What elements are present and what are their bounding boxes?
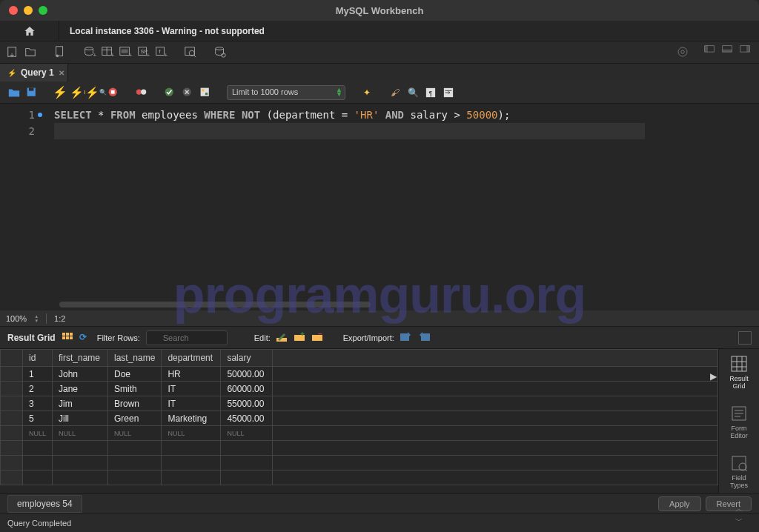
table-row-null[interactable]: NULLNULLNULLNULLNULL — [1, 426, 718, 441]
sidebar-scroll-arrows[interactable]: ︿﹀ — [735, 504, 743, 526]
edit-row-icon[interactable] — [276, 332, 288, 344]
reconnect-icon[interactable] — [213, 45, 228, 60]
form-icon — [730, 405, 748, 422]
view-add-icon[interactable]: + — [119, 45, 133, 60]
result-grid[interactable]: id first_name last_name department salar… — [0, 349, 718, 493]
zoom-bar: 100% ▲▼ 1:2 — [0, 310, 759, 327]
table-row[interactable]: 2JaneSmithIT60000.00 — [1, 382, 718, 396]
execute-icon[interactable]: ⚡ — [53, 86, 67, 99]
import-icon[interactable] — [418, 332, 430, 344]
form-editor-button[interactable]: FormEditor — [730, 405, 748, 439]
status-bar: Query Completed — [0, 514, 759, 532]
table-row[interactable]: 3JimBrownIT55000.00 — [1, 396, 718, 411]
bottom-tab-row: employees 54 Apply Revert — [0, 493, 759, 514]
col-salary[interactable]: salary — [221, 350, 273, 367]
wrap-cell-toggle[interactable] — [738, 331, 752, 345]
inspector-icon[interactable] — [53, 45, 68, 60]
edit-label: Edit: — [254, 333, 271, 342]
statement-marker-icon — [38, 113, 42, 117]
sql-editor[interactable]: 1 2 SELECT * FROM employees WHERE NOT (d… — [0, 104, 759, 310]
svg-rect-52 — [66, 336, 69, 339]
svg-rect-42 — [202, 89, 204, 91]
filter-rows-input[interactable] — [146, 330, 228, 345]
zoom-level[interactable]: 100% — [6, 314, 27, 323]
panel-left-icon[interactable] — [703, 45, 717, 60]
table-add-icon[interactable]: + — [101, 45, 116, 60]
open-file-icon[interactable] — [7, 86, 21, 99]
svg-point-25 — [678, 47, 687, 56]
result-sidebar: ▶ ResultGrid FormEditor FieldTypes ︿﹀ — [718, 349, 759, 493]
toggle-invisible-icon[interactable]: ¶ — [424, 86, 437, 99]
open-sql-icon[interactable] — [24, 45, 39, 60]
toggle-autocommit-icon[interactable] — [135, 86, 148, 99]
panel-bottom-icon[interactable] — [720, 45, 735, 60]
line-gutter: 1 2 — [0, 104, 41, 310]
execute-current-icon[interactable]: ⚡I — [71, 86, 84, 99]
svg-text:f: f — [159, 47, 161, 54]
svg-rect-43 — [205, 93, 208, 95]
result-tab[interactable]: employees 54 — [7, 495, 82, 513]
main-toolbar: + + + SP+ f+ — [0, 41, 759, 64]
autocommit-toggle-icon[interactable] — [199, 86, 212, 99]
svg-text:+: + — [165, 52, 168, 59]
svg-point-39 — [165, 87, 173, 96]
grid-icon — [730, 355, 748, 373]
function-add-icon[interactable]: f+ — [154, 45, 169, 60]
connection-tab[interactable]: Local instance 3306 - Warning - not supp… — [59, 21, 275, 41]
svg-text:+: + — [300, 332, 305, 338]
apply-button[interactable]: Apply — [658, 496, 701, 511]
titlebar: MySQL Workbench — [0, 0, 759, 21]
add-row-icon[interactable]: + — [294, 332, 306, 344]
svg-text:+: + — [93, 52, 97, 59]
export-import-label: Export/Import: — [343, 333, 394, 342]
procedure-add-icon[interactable]: SP+ — [136, 45, 151, 60]
svg-rect-12 — [122, 49, 128, 53]
explain-icon[interactable]: ⚡🔍 — [89, 86, 102, 99]
editor-scrollbar-h[interactable] — [59, 302, 371, 307]
settings-icon[interactable] — [676, 45, 691, 60]
refresh-icon[interactable]: ⟳ — [79, 332, 91, 344]
svg-rect-49 — [66, 333, 69, 336]
svg-text:+: + — [147, 52, 150, 59]
table-row[interactable]: 1JohnDoeHR50000.00 — [1, 367, 718, 382]
rollback-icon[interactable] — [181, 86, 194, 99]
save-icon[interactable] — [25, 86, 39, 99]
schema-add-icon[interactable]: + — [83, 45, 98, 60]
export-icon[interactable] — [400, 332, 412, 344]
delete-row-icon[interactable]: − — [312, 332, 324, 344]
col-department[interactable]: department — [162, 350, 221, 367]
zoom-arrows-icon[interactable]: ▲▼ — [34, 314, 39, 323]
table-row-empty — [1, 471, 718, 485]
result-grid-icon[interactable] — [62, 332, 73, 344]
close-tab-icon[interactable]: ✕ — [59, 69, 64, 77]
svg-rect-32 — [746, 45, 749, 51]
col-last-name[interactable]: last_name — [108, 350, 162, 367]
svg-text:+: + — [129, 52, 133, 59]
beautify-icon[interactable]: ✦ — [360, 86, 374, 99]
table-row[interactable]: 5JillGreenMarketing45000.00 — [1, 411, 718, 426]
limit-rows-select[interactable]: Limit to 1000 rows ▲▼ — [227, 85, 345, 100]
col-first-name[interactable]: first_name — [53, 350, 108, 367]
bolt-icon: ⚡ — [7, 69, 16, 77]
home-row: Local instance 3306 - Warning - not supp… — [0, 21, 759, 41]
commit-icon[interactable] — [163, 86, 176, 99]
panel-right-icon[interactable] — [738, 45, 753, 60]
svg-rect-61 — [732, 356, 746, 371]
query-tab[interactable]: ⚡ Query 1 ✕ — [0, 64, 68, 82]
col-id[interactable]: id — [23, 350, 53, 367]
find-icon[interactable]: 🖌 — [388, 86, 402, 99]
find-replace-icon[interactable]: 🔍 — [406, 86, 420, 99]
home-tab[interactable] — [0, 21, 59, 41]
new-sql-tab-icon[interactable] — [6, 45, 21, 60]
query-tab-row: ⚡ Query 1 ✕ — [0, 64, 759, 82]
search-table-icon[interactable] — [184, 45, 199, 60]
stop-icon[interactable] — [107, 86, 120, 99]
revert-button[interactable]: Revert — [706, 496, 752, 511]
svg-text:−: − — [318, 332, 322, 338]
result-grid-button[interactable]: ResultGrid — [729, 355, 749, 390]
svg-rect-51 — [62, 336, 65, 339]
field-types-button[interactable]: FieldTypes — [730, 454, 748, 489]
wrap-icon[interactable] — [442, 86, 455, 99]
sidebar-collapse-icon[interactable]: ▶ — [710, 371, 717, 382]
limit-rows-label: Limit to 1000 rows — [232, 87, 298, 96]
